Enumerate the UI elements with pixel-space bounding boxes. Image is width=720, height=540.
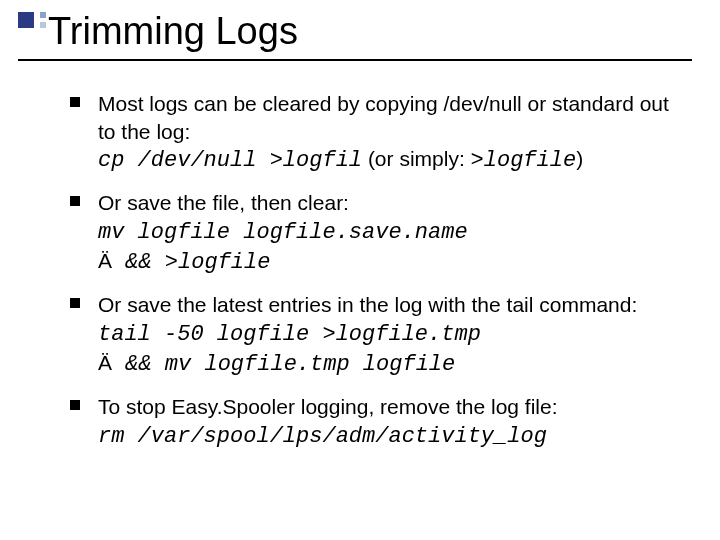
bullet-text: To stop Easy.Spooler logging, remove the… [98, 395, 558, 418]
bullet-text: Or save the latest entries in the log wi… [98, 293, 637, 316]
continuation-arrow-icon: Ä [98, 351, 112, 374]
list-item: Or save the latest entries in the log wi… [70, 291, 690, 379]
paren-end: ) [576, 147, 583, 170]
accent-square-small [40, 12, 46, 18]
accent-decor [18, 12, 46, 28]
command-text: && >logfile [112, 250, 270, 275]
content: Most logs can be cleared by copying /dev… [70, 90, 690, 465]
command-text: >logfile [471, 148, 577, 173]
bullet-list: Most logs can be cleared by copying /dev… [70, 90, 690, 451]
command-text: rm /var/spool/lps/adm/activity_log [98, 424, 547, 449]
command-text: && mv logfile.tmp logfile [112, 352, 455, 377]
list-item: To stop Easy.Spooler logging, remove the… [70, 393, 690, 451]
command-text: cp /dev/null >logfil [98, 148, 362, 173]
paren-text: (or simply: [362, 147, 471, 170]
list-item: Most logs can be cleared by copying /dev… [70, 90, 690, 175]
title-rule [18, 59, 692, 61]
accent-square-col [40, 12, 46, 28]
accent-square-large [18, 12, 34, 28]
page-title: Trimming Logs [48, 10, 692, 53]
bullet-text: Or save the file, then clear: [98, 191, 349, 214]
accent-square-small [40, 22, 46, 28]
continuation-arrow-icon: Ä [98, 249, 112, 272]
title-block: Trimming Logs [48, 10, 692, 61]
command-text: mv logfile logfile.save.name [98, 220, 468, 245]
bullet-text: Most logs can be cleared by copying /dev… [98, 92, 669, 143]
list-item: Or save the file, then clear: mv logfile… [70, 189, 690, 277]
command-text: tail -50 logfile >logfile.tmp [98, 322, 481, 347]
